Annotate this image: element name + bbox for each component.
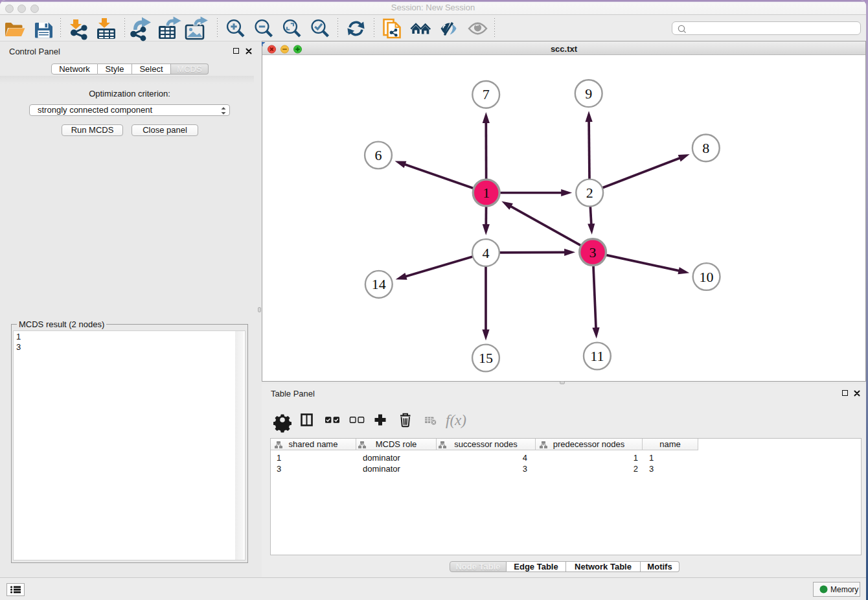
svg-text:8: 8 xyxy=(702,140,709,156)
svg-text:6: 6 xyxy=(375,147,382,163)
svg-text:4: 4 xyxy=(483,245,490,261)
svg-text:1: 1 xyxy=(483,185,490,201)
svg-text:9: 9 xyxy=(585,86,592,102)
svg-text:7: 7 xyxy=(483,86,490,102)
svg-text:10: 10 xyxy=(700,269,714,285)
svg-text:2: 2 xyxy=(586,185,593,201)
svg-text:14: 14 xyxy=(372,276,386,292)
svg-text:15: 15 xyxy=(479,350,493,366)
svg-text:3: 3 xyxy=(589,244,597,260)
svg-text:f(x): f(x) xyxy=(446,412,466,428)
svg-text:11: 11 xyxy=(590,348,604,364)
